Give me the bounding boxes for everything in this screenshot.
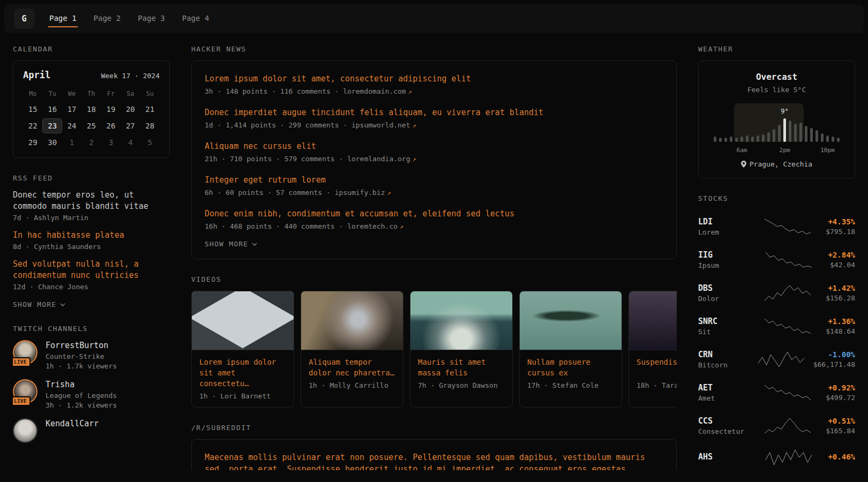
video-card[interactable]: Nullam posuere cursus ex 17h · Stefan Co… [519,291,622,408]
calendar-day: 19 [101,102,121,117]
channel-info: KendallCarr [46,418,99,431]
external-link-icon: ↗ [408,88,412,95]
weather-bar [762,134,765,142]
rss-item-link[interactable]: Sed volutpat nulla nisl, a condimentum n… [13,259,170,281]
meta-separator: · [335,222,347,230]
stock-values: +1.42% $156.28 [826,284,855,302]
hn-show-more-label: SHOW MORE [205,240,248,248]
video-thumbnail [192,291,294,350]
hn-story: Lorem ipsum dolor sit amet, consectetur … [205,73,663,95]
video-card[interactable]: Suspendisse diam 18h · Tara [628,291,677,408]
stock-row-snrc[interactable]: SNRC Sit +1.36% $148.64 [698,310,855,343]
stock-values: +1.36% $148.64 [826,317,855,335]
calendar-widget: CALENDAR April Week 17 · 2024 MoTuWeThFr… [13,45,170,158]
story-source-link[interactable]: ipsumify.biz [335,189,385,197]
tab-label: Page 3 [137,11,166,27]
logo: G [14,9,34,29]
story-source-link[interactable]: ipsumworld.net [351,121,410,129]
video-card-body: Lorem ipsum dolor sit amet consectetu… 1… [192,350,294,407]
sparkline-chart [764,219,811,235]
story-source-link[interactable]: loremdomain.com [343,87,406,95]
stock-list: LDI Lorem +4.35% $795.18 IIG Ipsum +2.84… [698,210,855,470]
tab-page-2[interactable]: Page 2 [93,11,122,27]
hn-show-more-button[interactable]: SHOW MORE [205,240,257,248]
rss-item-link[interactable]: In hac habitasse platea [13,230,170,241]
story-source-link[interactable]: loremlandia.org [347,155,410,163]
stock-values: -1.00% $66,171.48 [813,350,855,368]
weather-bar [735,138,738,142]
story-meta-text: 16h · 468 points · 440 comments [205,222,335,230]
calendar-day: 30 [42,135,62,150]
stock-name: Ipsum [698,261,750,269]
stock-row-crn[interactable]: CRN Bitcorn -1.00% $66,171.48 [698,343,855,376]
channel-name: ForrestBurton [46,341,117,350]
tab-page-3[interactable]: Page 3 [137,11,166,27]
story-title-link[interactable]: Integer eget rutrum lorem [205,174,663,186]
story-meta: 16h · 468 points · 440 comments · loremt… [205,222,663,230]
tab-page-1[interactable]: Page 1 [48,11,78,27]
video-card[interactable]: Aliquam tempor dolor nec pharetra… 1h · … [301,291,403,408]
video-card-row: Lorem ipsum dolor sit amet consectetu… 1… [191,291,677,408]
tab-page-4[interactable]: Page 4 [181,11,211,27]
calendar-day: 16 [42,102,62,117]
stock-sparkline [755,418,820,434]
stock-sparkline [755,285,820,301]
middle-column: HACKER NEWS Lorem ipsum dolor sit amet, … [191,45,677,470]
stock-sparkline [755,385,820,401]
stock-name: Bitcorn [698,361,750,369]
stock-row-iig[interactable]: IIG Ipsum +2.84% $42.04 [698,243,855,276]
hn-story: Aliquam nec cursus elit 21h · 710 points… [205,140,663,163]
video-title-link[interactable]: Suspendisse diam [637,357,677,378]
calendar-day: 5 [140,135,160,150]
story-meta-text: 3h · 148 points · 116 comments [205,87,331,95]
sparkline-chart [764,318,811,334]
video-meta: 7h · Grayson Dawson [418,381,505,389]
video-title-link[interactable]: Mauris sit amet massa felis [418,357,505,378]
calendar-day: 24 [62,118,81,133]
weather-bar [794,124,797,142]
left-column: CALENDAR April Week 17 · 2024 MoTuWeThFr… [13,45,170,470]
subreddit-story: Maecenas mollis pulvinar erat non posuer… [205,451,663,470]
weather-bar [783,118,786,142]
video-thumbnail [520,291,622,350]
story-title-link[interactable]: Lorem ipsum dolor sit amet, consectetur … [205,73,663,85]
calendar-day: 21 [140,102,160,117]
twitch-channel[interactable]: KendallCarr [13,418,170,443]
channel-game: League of Legends [46,391,117,400]
weather-bar [730,137,732,142]
video-card[interactable]: Lorem ipsum dolor sit amet consectetu… 1… [191,291,294,408]
stock-row-aet[interactable]: AET Amet +0.92% $499.72 [698,376,855,409]
rss-widget: RSS FEED Donec tempor eros leo, ut commo… [13,174,170,308]
story-title-link[interactable]: Maecenas mollis pulvinar erat non posuer… [205,451,663,470]
calendar-day-header: Su [140,88,160,102]
rss-item: Sed volutpat nulla nisl, a condimentum n… [13,259,170,291]
video-title-link[interactable]: Lorem ipsum dolor sit amet consectetu… [199,357,286,389]
stock-row-ahs[interactable]: AHS +0.46% [698,442,855,470]
rss-show-more-label: SHOW MORE [13,300,56,308]
rss-item: Donec tempor eros leo, ut commodo mauris… [13,190,170,222]
twitch-channel[interactable]: LIVE ForrestBurton Counter-Strike 1h · 1… [13,340,170,370]
weather-bar [799,123,802,142]
stock-row-ldi[interactable]: LDI Lorem +4.35% $795.18 [698,210,855,243]
story-source-link[interactable]: loremtech.co [347,222,398,230]
external-link-icon: ↗ [413,155,416,163]
stock-row-ccs[interactable]: CCS Consectetur +0.51% $165.84 [698,409,855,442]
twitch-channel[interactable]: LIVE Trisha League of Legends 3h · 1.2k … [13,379,170,409]
video-title-link[interactable]: Aliquam tempor dolor nec pharetra… [309,357,395,378]
stock-ticker: CRN [698,350,750,359]
live-badge: LIVE [13,357,31,367]
weather-card: Overcast Feels like 5°C 9° 6am2pm10pm Pr… [698,61,855,178]
calendar-day-grid: 1516171819202122232425262728293012345 [23,102,160,150]
rss-show-more-button[interactable]: SHOW MORE [13,300,65,308]
rss-item-link[interactable]: Donec tempor eros leo, ut commodo mauris… [13,190,170,212]
channel-info: ForrestBurton Counter-Strike 1h · 1.7k v… [46,340,117,370]
story-title-link[interactable]: Donec imperdiet augue tincidunt felis al… [205,107,663,118]
story-title-link[interactable]: Aliquam nec cursus elit [205,140,663,152]
video-card[interactable]: Mauris sit amet massa felis 7h · Grayson… [410,291,513,408]
stock-row-dbs[interactable]: DBS Dolor +1.42% $156.28 [698,276,855,310]
story-title-link[interactable]: Donec enim nibh, condimentum et accumsan… [205,208,663,220]
calendar-month: April [23,70,50,80]
weather-bar [826,135,829,142]
tab-label: Page 4 [181,11,211,27]
video-title-link[interactable]: Nullam posuere cursus ex [527,357,614,378]
